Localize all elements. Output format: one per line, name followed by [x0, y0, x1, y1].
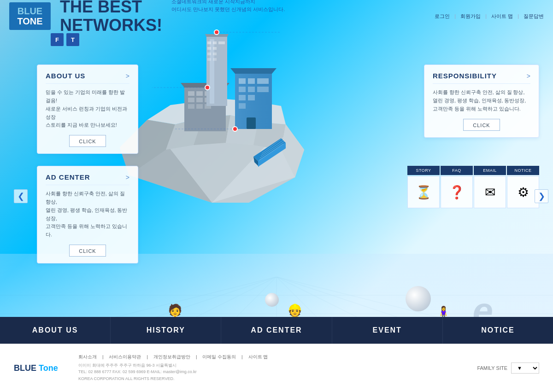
ad-box-arrow[interactable]: > [126, 174, 129, 181]
bottom-nav-bar: ABOUT US HISTORY AD CENTER EVENT NOTICE [0, 317, 553, 344]
resp-text-1: 사회를 향한 신뢰구축 안전, 삶의 질 향상, [433, 88, 530, 97]
ad-box-title: AD CENTER [46, 173, 90, 181]
nav-join[interactable]: 회원가입 [460, 13, 481, 20]
footer-link-terms[interactable]: 서비스이용약관 [109, 354, 141, 360]
about-text-1: 믿을 수 있는 기업의 미래를 향한 발걸음! [46, 88, 129, 105]
header: BLUE TONE THE BEST NETWORKS! 소셜네트워크의 새로운… [0, 0, 553, 32]
svg-marker-33 [230, 68, 276, 74]
ad-text-3: 고객만족 등을 위해 노력하고 있습니다. [46, 222, 129, 239]
family-label: FAMILY SITE [477, 365, 507, 371]
story-icon-box[interactable]: ⏳ [407, 176, 440, 208]
nav-about-us[interactable]: ABOUT US [0, 317, 111, 344]
svg-rect-52 [218, 41, 225, 44]
left-arrow-icon: ❮ [18, 191, 24, 201]
icon-labels-row: STORY FAQ EMAIL NOTICE [407, 166, 539, 175]
svg-rect-44 [188, 104, 194, 109]
faq-icon-box[interactable]: ❓ [441, 176, 473, 208]
email-icon-box[interactable]: ✉ [474, 176, 506, 208]
footer-link-company[interactable]: 회사소개 [78, 354, 97, 360]
ad-box-text: 사회를 향한 신뢰구축 안전, 삶의 질 향상, 열린 경영, 평생 학습, 인… [46, 190, 129, 239]
svg-rect-34 [247, 117, 256, 129]
nav-sitemap[interactable]: 사이트 맵 [491, 13, 513, 20]
svg-rect-37 [196, 91, 203, 96]
svg-rect-53 [207, 47, 211, 50]
about-text-2: 새로운 서비스 런칭과 기업의 비전과 성장 [46, 105, 129, 122]
footer-family-block: FAMILY SITE ▼ [477, 363, 539, 374]
sphere-small [265, 293, 279, 307]
nav-history-label: HISTORY [147, 326, 185, 334]
right-arrow-icon: ❯ [538, 191, 545, 201]
logo-blue: BLUE [18, 6, 42, 16]
svg-rect-36 [188, 91, 194, 96]
nav-notice-label: NOTICE [481, 326, 514, 334]
svg-rect-25 [248, 78, 255, 84]
resp-box-arrow[interactable]: > [527, 72, 530, 80]
prev-arrow[interactable]: ❮ [14, 189, 28, 203]
nav-event-label: EVENT [373, 326, 402, 334]
svg-rect-57 [207, 58, 211, 61]
about-click-button[interactable]: CLICK [69, 135, 106, 147]
footer-address: 이이이 회대에 주주주 주주구 하하읍 96-3 서울특별시 TEL: 02 8… [78, 362, 468, 382]
resp-click-button[interactable]: CLICK [463, 119, 500, 131]
icon-label-notice: NOTICE [507, 166, 539, 175]
nav-faq[interactable]: 질문답변 [524, 13, 544, 20]
logo-tone: TONE [17, 16, 42, 26]
footer-links-row: 회사소개 | 서비스이용약관 | 개인정보취급방안 | 이메일 수집동의 | 사… [78, 354, 468, 360]
nav-notice[interactable]: NOTICE [443, 317, 553, 344]
main-title-line2: NETWORKS! [60, 16, 162, 35]
email-icon: ✉ [485, 185, 495, 200]
svg-rect-29 [257, 87, 269, 92]
t-button[interactable]: T [66, 33, 79, 46]
footer-link-email[interactable]: 이메일 수집동의 [202, 354, 236, 360]
resp-text-3: 고객만족 등을 위해 노력하고 있습니다. [433, 105, 530, 113]
header-subtitle: 소셜네트워크의 새로운 시작지금까지 어디서도 만나보지 못했던 신개념의 서비… [171, 0, 285, 13]
svg-rect-41 [196, 98, 203, 102]
ad-text-1: 사회를 향한 신뢰구축 안전, 삶의 질 향상, [46, 190, 129, 206]
svg-rect-24 [239, 78, 246, 84]
footer-link-privacy[interactable]: 개인정보취급방안 [153, 354, 190, 360]
footer-link-sitemap[interactable]: 사이트 맵 [248, 354, 268, 360]
nav-event[interactable]: EVENT [332, 317, 443, 344]
footer-addr-line1: 이이이 회대에 주주주 주주구 하하읍 96-3 서울특별시 [78, 362, 468, 369]
svg-rect-54 [213, 47, 217, 50]
about-box-title: ABOUT US [46, 72, 85, 80]
about-box-text: 믿을 수 있는 기업의 미래를 향한 발걸음! 새로운 서비스 런칭과 기업의 … [46, 88, 129, 129]
svg-rect-32 [239, 103, 246, 109]
about-us-box: ABOUT US > 믿을 수 있는 기업의 미래를 향한 발걸음! 새로운 서… [37, 64, 138, 154]
footer-logo-block: BLUE Tone [14, 363, 69, 373]
responsibility-box: RESPONSIBILITY > 사회를 향한 신뢰구축 안전, 삶의 질 향상… [424, 64, 539, 138]
svg-rect-45 [196, 104, 203, 109]
svg-rect-40 [188, 98, 194, 102]
about-box-header: ABOUT US > [46, 72, 129, 84]
side-icons-panel: STORY FAQ EMAIL NOTICE ⏳ ❓ ✉ ⚙ [407, 166, 539, 208]
footer-logo-blue: BLUE [14, 363, 36, 373]
faq-icon: ❓ [449, 185, 465, 200]
nav-ad-center-label: AD CENTER [251, 326, 302, 334]
svg-rect-31 [248, 95, 255, 100]
icon-boxes-row: ⏳ ❓ ✉ ⚙ [407, 176, 539, 208]
ad-click-button[interactable]: CLICK [69, 245, 106, 257]
svg-rect-28 [248, 87, 255, 92]
resp-box-text: 사회를 향한 신뢰구축 안전, 삶의 질 향상, 열린 경영, 평생 학습, 인… [433, 88, 530, 113]
nav-login[interactable]: 로그인 [435, 13, 450, 20]
resp-box-title: RESPONSIBILITY [433, 72, 497, 80]
subtitle-line2: 어디서도 만나보지 못했던 신개념의 서비스입니다. [171, 6, 285, 13]
resp-box-header: RESPONSIBILITY > [433, 72, 530, 84]
next-arrow[interactable]: ❯ [535, 189, 548, 203]
nav-ad-center[interactable]: AD CENTER [221, 317, 332, 344]
nav-history[interactable]: HISTORY [111, 317, 221, 344]
subtitle-line1: 소셜네트워크의 새로운 시작지금까지 [171, 0, 285, 6]
f-button[interactable]: F [51, 33, 64, 46]
svg-rect-30 [239, 95, 246, 100]
svg-rect-51 [213, 41, 217, 44]
about-box-arrow[interactable]: > [126, 72, 129, 80]
main-title-line1: THE BEST [60, 0, 162, 16]
svg-rect-55 [207, 53, 211, 55]
svg-rect-27 [239, 87, 246, 92]
icon-label-story: STORY [407, 166, 440, 175]
family-select[interactable]: ▼ [511, 363, 539, 374]
footer-info-block: 회사소개 | 서비스이용약관 | 개인정보취급방안 | 이메일 수집동의 | 사… [69, 354, 477, 382]
footer-copyright: KOREA CORPORATION ALL RIGHTS RESERVED. [78, 375, 468, 382]
header-nav: 로그인 | 회원가입 | 사이트 맵 | 질문답변 [435, 13, 544, 20]
svg-rect-26 [257, 78, 269, 84]
